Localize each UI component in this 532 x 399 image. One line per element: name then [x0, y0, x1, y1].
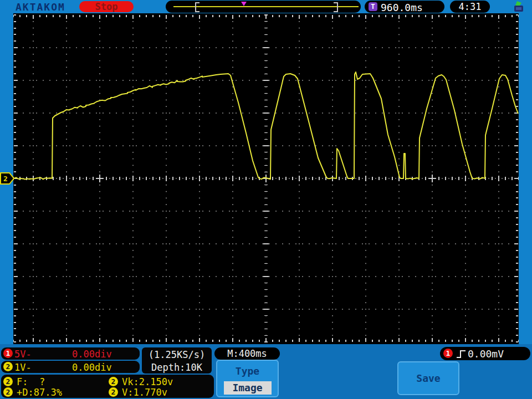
run-stop-indicator[interactable]: Stop	[79, 1, 134, 12]
trigger-level-readout: 1 0.00mV	[440, 347, 530, 360]
measure4-badge: 2	[109, 387, 118, 397]
acquisition-info: (1.25KS/s) Depth:10K	[142, 347, 212, 374]
channel2-scale: 1V-	[14, 362, 32, 373]
window-left-bracket	[195, 2, 200, 12]
measure-frequency: F: ?	[17, 376, 45, 387]
measure-vpp: Vk:2.150v	[122, 376, 173, 387]
usb-disk-icon	[512, 1, 525, 13]
status-menu-bar: 1 5V- 0.00div 2 1V- 0.00div (1.25KS/s) D…	[0, 344, 532, 399]
trigger-source-badge: 1	[443, 349, 453, 358]
trigger-level-value: 0.00mV	[468, 348, 504, 360]
graticule-and-trace	[13, 13, 519, 344]
trigger-time-readout: T 960.0ms	[365, 1, 444, 13]
sample-rate: (1.25KS/s)	[142, 349, 212, 361]
rising-edge-icon	[456, 349, 467, 359]
channel2-status: 2 1V- 0.00div	[1, 361, 140, 373]
top-bar: AKTAKOM Stop T 960.0ms 4:31	[0, 0, 532, 13]
measure2-badge: 2	[109, 377, 118, 386]
record-position-bar[interactable]	[166, 1, 361, 13]
window-right-bracket	[334, 2, 338, 12]
trigger-position-marker[interactable]	[241, 2, 247, 6]
channel2-marker-label: 2	[3, 175, 8, 183]
clock: 4:31	[450, 1, 490, 13]
measure-vavg: V:1.770v	[122, 387, 167, 398]
channel2-position-marker[interactable]: 2	[0, 172, 14, 185]
save-button[interactable]: Save	[397, 361, 459, 395]
timebase-readout: M:400ms	[214, 347, 280, 360]
type-menu-button[interactable]: Type Image	[216, 360, 279, 397]
brand-logo: AKTAKOM	[16, 1, 65, 13]
memory-depth: Depth:10K	[142, 361, 212, 374]
measure-duty: +D:87.3%	[17, 387, 62, 398]
trigger-time-value: 960.0ms	[381, 2, 423, 13]
measure3-badge: 2	[3, 387, 13, 397]
channel2-trace	[14, 72, 518, 180]
waveform-display	[13, 13, 519, 344]
channel1-status: 1 5V- 0.00div	[1, 347, 140, 360]
channel2-badge: 2	[3, 362, 13, 371]
channel2-offset: 0.00div	[72, 362, 112, 373]
type-selected-value[interactable]: Image	[224, 381, 272, 395]
oscilloscope-screen: AKTAKOM Stop T 960.0ms 4:31 2 1 5V-	[0, 0, 532, 399]
channel1-offset: 0.00div	[72, 349, 112, 360]
type-label: Type	[217, 365, 278, 377]
measure1-badge: 2	[3, 377, 13, 386]
measurements-panel: 2 F: ? 2 Vk:2.150v 2 +D:87.3% 2 V:1.770v	[1, 375, 214, 398]
trigger-t-icon: T	[369, 2, 377, 11]
channel1-badge: 1	[3, 349, 13, 358]
record-line	[173, 6, 359, 7]
channel1-scale: 5V-	[14, 349, 32, 360]
